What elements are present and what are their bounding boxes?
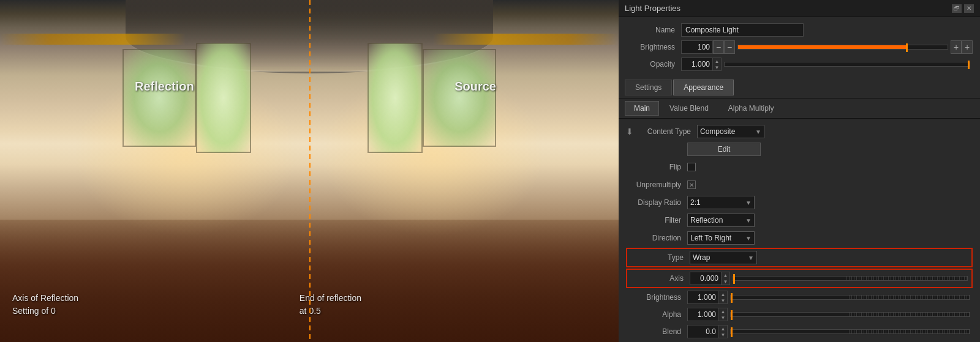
bottom-right-label: End of reflection at 0.5 [300, 292, 361, 318]
brightness-content-thumb [731, 293, 733, 303]
axis-row: Axis ▲ ▼ [627, 270, 971, 286]
content-type-label: Content Type [636, 127, 697, 136]
edit-row: Edit [626, 141, 973, 158]
content-brightness-slider[interactable] [730, 295, 970, 300]
bottom-left-line2: Setting of 0 [12, 306, 56, 316]
brightness-label: Brightness [626, 43, 681, 51]
properties-panel: Light Properties 🗗 ✕ Name Brightness − −… [619, 0, 980, 342]
bottom-left-line1: Axis of Reflection [12, 293, 78, 303]
blend-spin-down[interactable]: ▼ [719, 332, 727, 338]
window-right [423, 49, 496, 147]
sub-tab-main[interactable]: Main [625, 101, 659, 116]
display-ratio-dropdown[interactable]: 2:1 ▼ [687, 196, 755, 209]
blend-spinners: ▲ ▼ [719, 325, 728, 338]
filter-row: Filter Reflection ▼ [626, 212, 973, 229]
brightness-spin-up[interactable]: ▲ [719, 291, 727, 297]
brightness-slider-track[interactable] [737, 45, 948, 50]
alpha-spinners: ▲ ▼ [719, 308, 728, 321]
reflection-label: Reflection [135, 80, 194, 94]
restore-button[interactable]: 🗗 [952, 4, 962, 13]
direction-dropdown[interactable]: Left To Right ▼ [687, 231, 755, 245]
alpha-slider[interactable] [730, 312, 970, 317]
alpha-row: Alpha ▲ ▼ [626, 307, 973, 322]
display-ratio-arrow: ▼ [745, 199, 752, 206]
display-ratio-row: Display Ratio 2:1 ▼ [626, 194, 973, 211]
axis-highlight-row: Axis ▲ ▼ [626, 269, 973, 288]
brightness-slider-thumb [906, 43, 908, 52]
edit-button[interactable]: Edit [687, 143, 761, 156]
filter-dropdown[interactable]: Reflection ▼ [687, 214, 755, 227]
type-label: Type [628, 253, 690, 262]
alpha-thumb [731, 310, 733, 320]
source-label: Source [454, 80, 496, 94]
opacity-label: Opacity [626, 60, 681, 69]
brightness-minus2-button[interactable]: − [724, 40, 735, 54]
axis-spin-down[interactable]: ▼ [722, 278, 729, 284]
axis-input[interactable] [690, 272, 722, 285]
unpremultiply-checkbox[interactable]: ✕ [687, 180, 696, 189]
tab-appearance[interactable]: Appearance [673, 80, 734, 95]
type-value: Wrap [693, 253, 710, 262]
display-ratio-value: 2:1 [690, 198, 701, 207]
blend-label: Blend [626, 327, 687, 336]
alpha-spin-down[interactable]: ▼ [719, 314, 727, 321]
direction-value: Left To Right [690, 234, 731, 242]
flip-checkbox[interactable] [687, 163, 696, 171]
axis-spin-up[interactable]: ▲ [722, 272, 729, 278]
sub-tab-alpha-multiply[interactable]: Alpha Multiply [719, 101, 783, 116]
name-label: Name [626, 26, 681, 34]
bottom-right-line1: End of reflection [300, 293, 361, 303]
brightness-plus2-button[interactable]: + [962, 40, 973, 54]
content-brightness-input[interactable] [687, 291, 719, 304]
window-center-right [368, 43, 423, 153]
brightness-slider-fill [738, 45, 906, 49]
brightness-plus-button[interactable]: + [951, 40, 962, 54]
filter-label: Filter [626, 216, 687, 225]
unpremultiply-label: Unpremultiply [626, 180, 687, 189]
content-area: ⬇ Content Type Composite ▼ Edit Flip Unp… [619, 119, 980, 342]
opacity-spin-up[interactable]: ▲ [713, 58, 721, 64]
blend-input[interactable] [687, 325, 719, 338]
type-dropdown[interactable]: Wrap ▼ [690, 251, 757, 264]
blend-slider[interactable] [730, 329, 970, 334]
type-arrow: ▼ [748, 255, 754, 261]
type-row: Type Wrap ▼ [627, 250, 971, 266]
brightness-minus-button[interactable]: − [713, 40, 724, 54]
unpremultiply-row: Unpremultiply ✕ [626, 176, 973, 193]
flip-label: Flip [626, 163, 687, 171]
brightness-input[interactable] [681, 40, 713, 54]
tab-settings[interactable]: Settings [625, 80, 672, 95]
axis-spin-group: ▲ ▼ [690, 272, 970, 285]
content-type-dropdown[interactable]: Composite ▼ [697, 125, 764, 138]
content-type-value: Composite [700, 127, 735, 136]
window-center-left [196, 43, 251, 153]
content-type-row: ⬇ Content Type Composite ▼ [626, 123, 973, 140]
content-brightness-label: Brightness [626, 293, 687, 302]
alpha-input[interactable] [687, 308, 719, 321]
name-section: Name Brightness − − + + Opacity ▲ ▼ [619, 17, 980, 77]
bottom-left-label: Axis of Reflection Setting of 0 [12, 292, 78, 318]
axis-spinners: ▲ ▼ [722, 272, 730, 285]
brightness-spin-down[interactable]: ▼ [719, 297, 727, 303]
name-field[interactable] [681, 23, 804, 37]
type-highlight-row: Type Wrap ▼ [626, 248, 973, 267]
sub-tab-value-blend[interactable]: Value Blend [660, 101, 718, 116]
axis-slider-track[interactable] [733, 276, 968, 281]
opacity-spin-down[interactable]: ▼ [713, 64, 721, 70]
panel-title: Light Properties [625, 4, 680, 13]
name-row: Name [626, 22, 973, 38]
alpha-spin-up[interactable]: ▲ [719, 308, 727, 314]
title-bar-controls: 🗗 ✕ [952, 4, 974, 13]
direction-label: Direction [626, 234, 687, 242]
blend-spin-up[interactable]: ▲ [719, 325, 727, 332]
close-button[interactable]: ✕ [964, 4, 974, 13]
blend-row: Blend ▲ ▼ [626, 324, 973, 340]
opacity-slider-track[interactable] [724, 62, 970, 67]
axis-label: Axis [628, 274, 690, 283]
flip-row: Flip [626, 158, 973, 176]
content-brightness-row: Brightness ▲ ▼ [626, 289, 973, 305]
opacity-input[interactable] [681, 58, 713, 71]
brightness-row: Brightness − − + + [626, 39, 973, 55]
viewport: Reflection Source Axis of Reflection Set… [0, 0, 619, 342]
divider-line [309, 0, 311, 342]
